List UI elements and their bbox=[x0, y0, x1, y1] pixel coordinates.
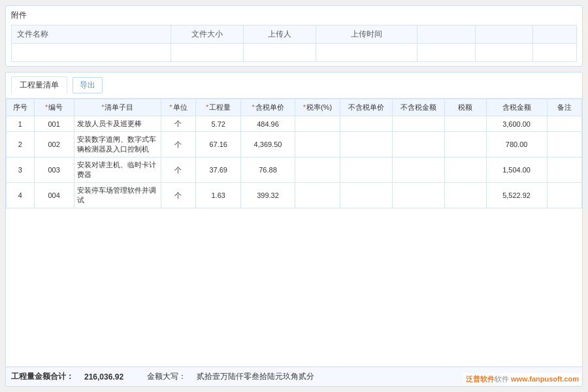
attach-col-filename: 文件名称 bbox=[12, 25, 171, 44]
th-taxed-amount: 含税金额 bbox=[486, 99, 547, 116]
th-qty: *工程量 bbox=[196, 99, 241, 116]
cell[interactable] bbox=[295, 183, 340, 208]
th-code: *编号 bbox=[34, 99, 74, 116]
qty-required: * bbox=[206, 103, 208, 111]
name-required: * bbox=[101, 103, 104, 111]
engineering-header: 工程量清单 导出 bbox=[6, 73, 582, 99]
cell[interactable] bbox=[392, 157, 444, 183]
cell[interactable]: 个 bbox=[161, 157, 195, 183]
cell[interactable] bbox=[547, 183, 581, 208]
engineering-tab[interactable]: 工程量清单 bbox=[11, 76, 67, 94]
cell[interactable] bbox=[392, 116, 444, 132]
attachment-section: 附件 文件名称 文件大小 上传人 上传时间 bbox=[5, 5, 583, 67]
table-row[interactable]: 2002安装数字道闸、数字式车辆检测器及入口控制机个67.164,369.507… bbox=[7, 132, 582, 157]
amount-text: 贰拾壹万陆仟零叁拾陆元玖角贰分 bbox=[197, 371, 314, 382]
engineering-table: 序号 *编号 *清单子目 *单位 *工程量 bbox=[6, 99, 582, 208]
tax-rate-required: * bbox=[303, 103, 306, 111]
cell[interactable] bbox=[295, 157, 340, 183]
cell[interactable]: 004 bbox=[34, 183, 74, 208]
table-row[interactable]: 4004安装停车场管理软件并调试个1.63399.325,522.92 bbox=[7, 183, 582, 208]
cell[interactable] bbox=[547, 157, 581, 183]
engineering-table-wrapper[interactable]: 序号 *编号 *清单子目 *单位 *工程量 bbox=[6, 99, 582, 367]
cell[interactable] bbox=[444, 183, 486, 208]
cell[interactable]: 个 bbox=[161, 132, 195, 157]
attach-col-uploader: 上传人 bbox=[243, 25, 316, 44]
cell[interactable] bbox=[340, 157, 392, 183]
cell[interactable] bbox=[547, 116, 581, 132]
cell[interactable] bbox=[444, 116, 486, 132]
cell[interactable]: 安装对讲主机、临时卡计费器 bbox=[74, 157, 161, 183]
total-value: 216,036.92 bbox=[84, 372, 123, 382]
cell[interactable]: 76.88 bbox=[241, 157, 295, 183]
cell[interactable] bbox=[444, 157, 486, 183]
cell[interactable]: 37.69 bbox=[196, 157, 241, 183]
cell[interactable]: 002 bbox=[34, 132, 74, 157]
total-label: 工程量金额合计： bbox=[11, 371, 74, 382]
unit-required: * bbox=[169, 103, 172, 111]
watermark-url: www.fanpusoft.com bbox=[511, 375, 579, 383]
th-untaxed-price: 不含税单价 bbox=[340, 99, 392, 116]
cell[interactable]: 3 bbox=[7, 157, 35, 183]
main-container: 附件 文件名称 文件大小 上传人 上传时间 bbox=[0, 0, 588, 392]
cell[interactable]: 4 bbox=[7, 183, 35, 208]
attach-col-upload-time: 上传时间 bbox=[316, 25, 417, 44]
cell[interactable]: 67.16 bbox=[196, 132, 241, 157]
cell[interactable]: 484.96 bbox=[241, 116, 295, 132]
th-untaxed-amount: 不含税金额 bbox=[392, 99, 444, 116]
th-unit: *单位 bbox=[161, 99, 195, 116]
attachment-title: 附件 bbox=[11, 10, 577, 21]
cell[interactable]: 安装数字道闸、数字式车辆检测器及入口控制机 bbox=[74, 132, 161, 157]
table-row[interactable]: 3003安装对讲主机、临时卡计费器个37.6976.881,504.00 bbox=[7, 157, 582, 183]
cell[interactable]: 003 bbox=[34, 157, 74, 183]
th-tax-rate: *税率(%) bbox=[295, 99, 340, 116]
cell[interactable]: 2 bbox=[7, 132, 35, 157]
amount-label: 金额大写： bbox=[147, 371, 186, 382]
cell[interactable]: 001 bbox=[34, 116, 74, 132]
attachment-table: 文件名称 文件大小 上传人 上传时间 bbox=[11, 25, 577, 62]
watermark: 泛普软件软件 www.fanpusoft.com bbox=[463, 373, 581, 385]
cell[interactable] bbox=[295, 116, 340, 132]
cell[interactable]: 4,369.50 bbox=[241, 132, 295, 157]
th-tax: 税额 bbox=[444, 99, 486, 116]
attach-col-extra2 bbox=[475, 25, 533, 44]
cell[interactable]: 5.72 bbox=[196, 116, 241, 132]
attach-col-filesize: 文件大小 bbox=[171, 25, 243, 44]
cell[interactable] bbox=[340, 116, 392, 132]
table-row[interactable]: 1001发放人员卡及巡更棒个5.72484.963,600.00 bbox=[7, 116, 582, 132]
cell[interactable] bbox=[295, 132, 340, 157]
attach-col-extra1 bbox=[417, 25, 476, 44]
th-taxed-price: *含税单价 bbox=[241, 99, 295, 116]
cell[interactable]: 399.32 bbox=[241, 183, 295, 208]
th-name: *清单子目 bbox=[74, 99, 161, 116]
cell[interactable]: 个 bbox=[161, 116, 195, 132]
cell[interactable]: 发放人员卡及巡更棒 bbox=[74, 116, 161, 132]
cell[interactable]: 1.63 bbox=[196, 183, 241, 208]
cell[interactable] bbox=[340, 132, 392, 157]
cell[interactable]: 5,522.92 bbox=[486, 183, 547, 208]
taxed-price-required: * bbox=[252, 103, 254, 111]
attach-col-extra3 bbox=[533, 25, 577, 44]
code-required: * bbox=[45, 103, 48, 111]
cell[interactable]: 安装停车场管理软件并调试 bbox=[74, 183, 161, 208]
cell[interactable]: 3,600.00 bbox=[486, 116, 547, 132]
export-button[interactable]: 导出 bbox=[73, 77, 103, 93]
engineering-section: 工程量清单 导出 bbox=[5, 72, 583, 387]
watermark-brand: 泛普软件 bbox=[466, 375, 495, 383]
cell[interactable]: 1 bbox=[7, 116, 35, 132]
cell[interactable]: 个 bbox=[161, 183, 195, 208]
cell[interactable] bbox=[444, 132, 486, 157]
attach-empty-row bbox=[12, 44, 577, 62]
th-seq: 序号 bbox=[7, 99, 35, 116]
cell[interactable] bbox=[392, 132, 444, 157]
th-note: 备注 bbox=[547, 99, 581, 116]
cell[interactable] bbox=[392, 183, 444, 208]
cell[interactable] bbox=[340, 183, 392, 208]
cell[interactable]: 1,504.00 bbox=[486, 157, 547, 183]
cell[interactable]: 780.00 bbox=[486, 132, 547, 157]
cell[interactable] bbox=[547, 132, 581, 157]
